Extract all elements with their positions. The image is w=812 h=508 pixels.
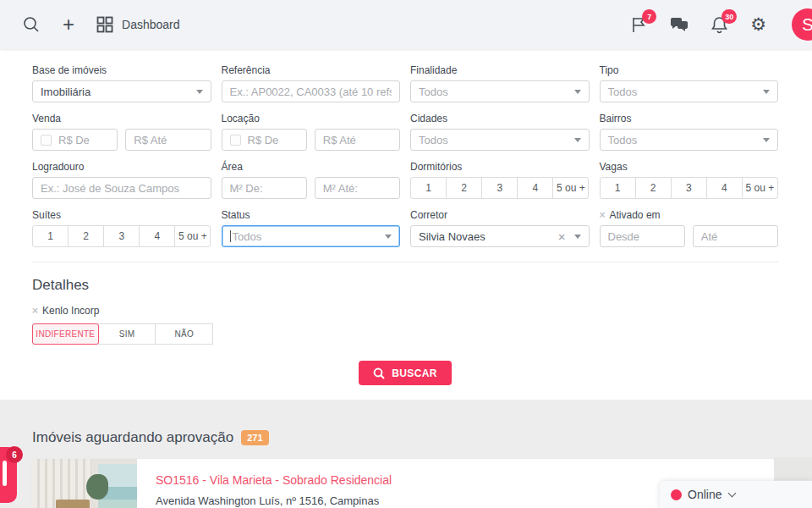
suites-option-2[interactable]: 2 [68, 225, 104, 247]
chevron-down-icon [574, 90, 581, 94]
suites-option-3[interactable]: 3 [103, 225, 140, 247]
field-locacao: Locação [222, 113, 401, 151]
area-ate-input[interactable] [315, 177, 400, 199]
chevron-down-icon [728, 489, 737, 498]
flag-icon[interactable]: 7 [630, 15, 648, 34]
locacao-de-input[interactable] [248, 130, 299, 149]
cidades-select[interactable]: Todos [410, 129, 590, 151]
chat-icon[interactable] [670, 16, 689, 33]
clear-icon[interactable]: × [32, 305, 38, 317]
text-cursor [230, 230, 231, 242]
field-tipo: Tipo Todos [600, 64, 779, 102]
buscar-button[interactable]: BUSCAR [359, 361, 452, 385]
dormitorios-option-5plus[interactable]: 5 ou + [552, 177, 589, 199]
dormitorios-option-3[interactable]: 3 [481, 177, 518, 199]
bairros-select[interactable]: Todos [600, 129, 779, 151]
base-label: Base de imóveis [32, 64, 211, 76]
chevron-down-icon [763, 138, 770, 142]
bairros-label: Bairros [600, 113, 779, 124]
venda-checkbox[interactable] [41, 135, 52, 146]
flag-badge: 7 [642, 9, 656, 24]
pending-count-badge: 271 [241, 430, 268, 445]
dashboard-grid-icon[interactable] [96, 16, 113, 33]
finalidade-label: Finalidade [410, 64, 590, 76]
field-bairros: Bairros Todos [600, 113, 779, 151]
search-icon [373, 367, 385, 379]
tipo-select[interactable]: Todos [600, 80, 779, 102]
finalidade-select[interactable]: Todos [410, 80, 590, 102]
vagas-option-5plus[interactable]: 5 ou + [742, 177, 778, 199]
add-icon[interactable]: + [63, 14, 74, 35]
chevron-down-icon [196, 90, 203, 94]
suites-label: Suítes [32, 209, 211, 221]
chevron-down-icon [763, 90, 770, 94]
status-select[interactable]: Todos [222, 225, 401, 247]
area-label: Área [222, 161, 401, 173]
ativado-label-row: ×Ativado em [600, 209, 779, 221]
logradouro-label: Logradouro [32, 161, 211, 173]
dormitorios-option-2[interactable]: 2 [446, 177, 482, 199]
corretor-value: Silvia Novaes [419, 230, 486, 243]
logradouro-input[interactable] [32, 177, 211, 199]
online-status-label: Online [688, 488, 721, 501]
corretor-select[interactable]: Silvia Novaes × [410, 225, 590, 247]
vagas-option-4[interactable]: 4 [706, 177, 743, 199]
referencia-input[interactable] [222, 80, 401, 102]
field-referencia: Referência [222, 64, 401, 102]
online-status-widget[interactable]: Online [660, 481, 812, 508]
cidades-value: Todos [419, 134, 448, 146]
vagas-segment: 1 2 3 4 5 ou + [600, 177, 779, 199]
suites-segment: 1 2 3 4 5 ou + [32, 225, 211, 247]
vagas-option-2[interactable]: 2 [635, 177, 672, 199]
pending-title: Imóveis aguardando aprovação [32, 429, 233, 446]
gear-icon[interactable]: ⚙ [750, 14, 766, 35]
clear-icon[interactable]: × [600, 209, 606, 221]
venda-de-wrapper [32, 129, 118, 151]
status-value: Todos [233, 230, 262, 243]
venda-label: Venda [32, 113, 211, 124]
option-indiferente[interactable]: INDIFERENTE [32, 323, 99, 345]
option-sim[interactable]: SIM [98, 323, 156, 345]
area-de-input[interactable] [222, 177, 307, 199]
avatar[interactable]: S [792, 8, 812, 41]
field-cidades: Cidades Todos [410, 113, 590, 151]
locacao-ate-input[interactable] [315, 129, 400, 151]
suites-option-4[interactable]: 4 [139, 225, 175, 247]
notification-badge: 30 [721, 9, 737, 24]
suites-option-1[interactable]: 1 [32, 225, 69, 247]
ativado-label: Ativado em [610, 209, 661, 221]
minimized-panel-tab[interactable] [774, 457, 812, 480]
clear-icon[interactable]: × [558, 230, 566, 243]
logo-icon [3, 461, 7, 486]
venda-de-input[interactable] [58, 130, 109, 149]
search-icon[interactable] [22, 15, 41, 34]
field-ativado-em: ×Ativado em [600, 209, 779, 247]
locacao-label: Locação [222, 113, 401, 124]
chevron-down-icon [574, 138, 581, 142]
ativado-desde-input[interactable] [600, 225, 685, 247]
cidades-label: Cidades [410, 113, 590, 124]
venda-ate-input[interactable] [125, 129, 211, 151]
finalidade-value: Todos [419, 86, 448, 98]
dormitorios-label: Dormitórios [410, 161, 590, 173]
online-status-dot [671, 489, 682, 500]
dormitorios-option-4[interactable]: 4 [517, 177, 553, 199]
dormitorios-option-1[interactable]: 1 [410, 177, 447, 199]
ativado-ate-input[interactable] [693, 225, 778, 247]
locacao-de-wrapper [222, 129, 307, 151]
kenlo-incorp-row: × Kenlo Incorp [32, 305, 778, 317]
property-title-link[interactable]: SO1516 - Vila Marieta - Sobrado Residenc… [156, 473, 392, 487]
photo-shape [56, 500, 90, 508]
page-title: Dashboard [122, 18, 180, 31]
locacao-checkbox[interactable] [230, 135, 241, 146]
bell-icon[interactable]: 30 [710, 15, 728, 34]
vagas-option-1[interactable]: 1 [600, 177, 636, 199]
field-base-de-imoveis: Base de imóveis Imobiliária [32, 64, 211, 102]
vagas-option-3[interactable]: 3 [671, 177, 707, 199]
base-select[interactable]: Imobiliária [32, 80, 211, 102]
field-status: Status Todos [222, 209, 401, 247]
section-divider [32, 262, 778, 262]
suites-option-5plus[interactable]: 5 ou + [174, 225, 211, 247]
kenlo-incorp-segment: INDIFERENTE SIM NÃO [32, 323, 213, 345]
option-nao[interactable]: NÃO [155, 323, 213, 345]
